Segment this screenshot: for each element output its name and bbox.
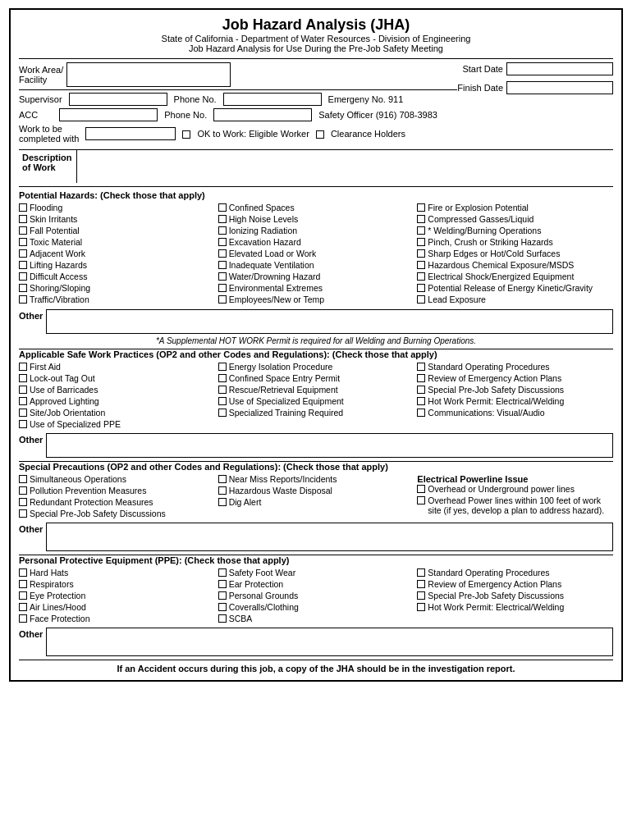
checkbox-icon[interactable] bbox=[19, 486, 27, 495]
checkbox-icon[interactable] bbox=[218, 486, 227, 495]
checkbox-icon[interactable] bbox=[218, 363, 227, 371]
checkbox-icon[interactable] bbox=[218, 475, 227, 483]
checkbox-icon[interactable] bbox=[19, 363, 27, 371]
checkbox-icon[interactable] bbox=[218, 374, 227, 382]
checkbox-icon[interactable] bbox=[218, 215, 227, 223]
checkbox-icon[interactable] bbox=[218, 498, 227, 506]
list-item: Lock-out Tag Out bbox=[19, 373, 215, 383]
checkbox-icon[interactable] bbox=[417, 397, 425, 405]
start-date-input[interactable] bbox=[506, 62, 613, 75]
work-complete-input[interactable] bbox=[85, 127, 176, 140]
other-hazards-box[interactable] bbox=[46, 309, 613, 334]
checkbox-icon[interactable] bbox=[218, 238, 227, 246]
checkbox-icon[interactable] bbox=[19, 614, 27, 623]
item-label: Pollution Prevention Measures bbox=[30, 486, 146, 495]
checkbox-icon[interactable] bbox=[218, 261, 227, 269]
list-item: Compressed Gasses/Liquid bbox=[417, 214, 613, 224]
acc-input[interactable] bbox=[59, 108, 158, 121]
special-precautions-grid: Simultaneous OperationsPollution Prevent… bbox=[19, 474, 613, 520]
checkbox-icon[interactable] bbox=[218, 603, 227, 611]
checkbox-icon[interactable] bbox=[19, 568, 27, 577]
checkbox-icon[interactable] bbox=[218, 614, 227, 623]
checkbox-icon[interactable] bbox=[19, 272, 27, 281]
checkbox-icon[interactable] bbox=[218, 272, 227, 281]
checkbox-icon[interactable] bbox=[19, 261, 27, 269]
supervisor-phone-input[interactable] bbox=[223, 93, 322, 106]
list-item: Pinch, Crush or Striking Hazards bbox=[417, 237, 613, 247]
description-box[interactable] bbox=[76, 150, 613, 183]
item-label: Excavation Hazard bbox=[229, 237, 301, 247]
checkbox-icon[interactable] bbox=[218, 203, 227, 212]
ok-to-work-checkbox[interactable] bbox=[182, 130, 190, 139]
checkbox-icon[interactable] bbox=[417, 295, 425, 304]
item-label: Communications: Visual/Audio bbox=[428, 408, 544, 418]
checkbox-icon[interactable] bbox=[19, 509, 27, 518]
list-item: Water/Drowning Hazard bbox=[218, 272, 414, 281]
checkbox-icon[interactable] bbox=[218, 284, 227, 292]
checkbox-icon[interactable] bbox=[19, 238, 27, 246]
checkbox-icon[interactable] bbox=[417, 238, 425, 246]
top-left-fields: Work Area/Facility Supervisor Phone No. … bbox=[19, 62, 457, 146]
list-item: Traffic/Vibration bbox=[19, 294, 215, 304]
checkbox-icon[interactable] bbox=[19, 249, 27, 258]
checkbox-icon[interactable] bbox=[218, 591, 227, 600]
checkbox-icon[interactable] bbox=[218, 226, 227, 235]
checkbox-icon[interactable] bbox=[417, 591, 425, 600]
checkbox-icon[interactable] bbox=[218, 386, 227, 394]
other-special-precautions-box[interactable] bbox=[46, 523, 613, 551]
clearance-holders-checkbox[interactable] bbox=[316, 130, 324, 139]
checkbox-icon[interactable] bbox=[417, 568, 425, 577]
checkbox-icon[interactable] bbox=[19, 203, 27, 212]
list-item: * Welding/Burning Operations bbox=[417, 226, 613, 235]
checkbox-icon[interactable] bbox=[19, 295, 27, 304]
checkbox-icon[interactable] bbox=[19, 284, 27, 292]
checkbox-icon[interactable] bbox=[19, 409, 27, 417]
checkbox-icon[interactable] bbox=[218, 397, 227, 405]
item-label: Hard Hats bbox=[30, 568, 68, 578]
checkbox-icon[interactable] bbox=[19, 374, 27, 382]
checkbox-icon[interactable] bbox=[417, 485, 425, 493]
checkbox-icon[interactable] bbox=[19, 420, 27, 428]
work-area-input[interactable] bbox=[66, 62, 231, 87]
checkbox-icon[interactable] bbox=[417, 249, 425, 258]
checkbox-icon[interactable] bbox=[417, 363, 425, 371]
checkbox-icon[interactable] bbox=[19, 386, 27, 394]
checkbox-icon[interactable] bbox=[417, 261, 425, 269]
top-right-fields: Start Date Finish Date bbox=[457, 62, 613, 146]
other-ppe-box[interactable] bbox=[46, 628, 613, 656]
checkbox-icon[interactable] bbox=[19, 603, 27, 611]
finish-date-input[interactable] bbox=[506, 81, 613, 94]
checkbox-icon[interactable] bbox=[218, 249, 227, 258]
list-item: Specialized Training Required bbox=[218, 408, 414, 418]
checkbox-icon[interactable] bbox=[417, 603, 425, 611]
checkbox-icon[interactable] bbox=[19, 591, 27, 600]
checkbox-icon[interactable] bbox=[417, 203, 425, 212]
checkbox-icon[interactable] bbox=[19, 498, 27, 506]
checkbox-icon[interactable] bbox=[417, 226, 425, 235]
checkbox-icon[interactable] bbox=[19, 215, 27, 223]
other-safe-work-box[interactable] bbox=[46, 433, 613, 458]
checkbox-icon[interactable] bbox=[218, 568, 227, 577]
checkbox-icon[interactable] bbox=[417, 215, 425, 223]
item-label: Skin Irritants bbox=[30, 214, 77, 224]
checkbox-icon[interactable] bbox=[19, 226, 27, 235]
checkbox-icon[interactable] bbox=[417, 272, 425, 281]
checkbox-icon[interactable] bbox=[417, 374, 425, 382]
acc-phone-input[interactable] bbox=[213, 108, 312, 121]
checkbox-icon[interactable] bbox=[19, 397, 27, 405]
item-label: Difficult Access bbox=[30, 272, 87, 281]
supervisor-input[interactable] bbox=[69, 93, 167, 106]
work-area-row: Work Area/Facility bbox=[19, 62, 457, 87]
ppe-col2: Safety Foot WearEar ProtectionPersonal G… bbox=[218, 568, 414, 625]
checkbox-icon[interactable] bbox=[19, 475, 27, 483]
start-date-row: Start Date bbox=[462, 62, 613, 75]
checkbox-icon[interactable] bbox=[218, 580, 227, 588]
checkbox-icon[interactable] bbox=[417, 580, 425, 588]
checkbox-icon[interactable] bbox=[417, 409, 425, 417]
checkbox-icon[interactable] bbox=[19, 580, 27, 588]
checkbox-icon[interactable] bbox=[417, 386, 425, 394]
checkbox-icon[interactable] bbox=[417, 496, 425, 504]
checkbox-icon[interactable] bbox=[218, 409, 227, 417]
checkbox-icon[interactable] bbox=[218, 295, 227, 304]
checkbox-icon[interactable] bbox=[417, 284, 425, 292]
